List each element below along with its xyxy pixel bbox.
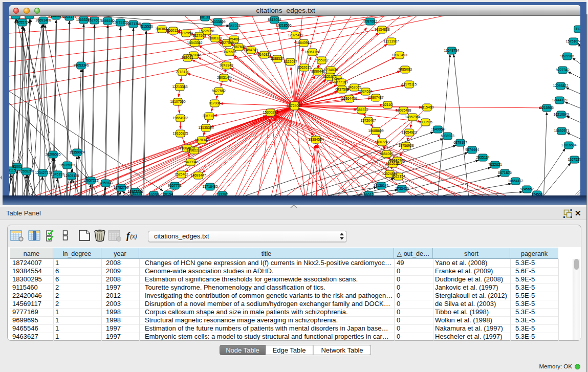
- svg-text:2803144: 2803144: [217, 76, 231, 79]
- svg-text:1527602: 1527602: [88, 18, 101, 22]
- svg-text:9227342: 9227342: [556, 68, 570, 72]
- svg-text:9734078: 9734078: [324, 68, 338, 72]
- svg-text:15720407: 15720407: [360, 119, 376, 122]
- svg-text:16961758: 16961758: [304, 50, 320, 54]
- svg-text:16782759: 16782759: [113, 186, 128, 189]
- svg-text:14136141: 14136141: [373, 184, 388, 187]
- svg-text:3024514: 3024514: [359, 90, 373, 93]
- svg-text:7357224: 7357224: [227, 24, 241, 28]
- svg-text:16543362: 16543362: [187, 41, 202, 45]
- svg-text:7955812: 7955812: [315, 58, 329, 62]
- svg-text:14982220: 14982220: [186, 148, 202, 152]
- svg-text:10654112: 10654112: [508, 179, 523, 183]
- svg-text:19756928: 19756928: [398, 144, 413, 147]
- svg-text:(x): (x): [130, 233, 137, 240]
- svg-text:20364456: 20364456: [341, 97, 357, 100]
- svg-text:10025488: 10025488: [396, 108, 411, 112]
- svg-text:1588520: 1588520: [270, 57, 284, 60]
- svg-text:8454749: 8454749: [244, 48, 258, 52]
- svg-text:7515526: 7515526: [139, 25, 153, 28]
- svg-text:14957984: 14957984: [405, 115, 420, 119]
- svg-text:9684067: 9684067: [380, 152, 394, 156]
- svg-text:1167539: 1167539: [568, 158, 580, 161]
- svg-text:15409948: 15409948: [183, 160, 198, 164]
- svg-text:16648784: 16648784: [444, 49, 459, 52]
- svg-text:10688609: 10688609: [368, 129, 383, 133]
- svg-text:817006: 817006: [209, 101, 221, 105]
- svg-text:20651306: 20651306: [48, 16, 63, 17]
- svg-text:7485003: 7485003: [398, 68, 412, 71]
- svg-text:9146821: 9146821: [257, 53, 271, 56]
- svg-text:12342717: 12342717: [35, 171, 50, 174]
- svg-text:10154838: 10154838: [374, 28, 389, 31]
- svg-text:95975887: 95975887: [59, 163, 75, 167]
- svg-text:14958147: 14958147: [98, 181, 113, 185]
- svg-text:12093822: 12093822: [553, 84, 568, 87]
- svg-text:11123: 11123: [574, 27, 580, 31]
- svg-text:85001: 85001: [12, 165, 22, 168]
- svg-text:12505135: 12505135: [63, 174, 79, 178]
- svg-text:14691447: 14691447: [190, 173, 206, 177]
- svg-text:5938923: 5938923: [441, 134, 454, 138]
- svg-text:3875685: 3875685: [223, 50, 236, 54]
- svg-text:12213967: 12213967: [383, 39, 399, 43]
- svg-text:14055724: 14055724: [14, 20, 30, 24]
- svg-text:20206535: 20206535: [45, 152, 60, 156]
- svg-text:39115: 39115: [9, 168, 16, 172]
- svg-text:10807487: 10807487: [368, 96, 383, 99]
- svg-text:9529986: 9529986: [560, 54, 574, 58]
- svg-text:2718120: 2718120: [176, 70, 189, 74]
- svg-text:17957223: 17957223: [83, 179, 98, 182]
- svg-text:13654923: 13654923: [401, 130, 417, 134]
- svg-text:8660124: 8660124: [166, 29, 180, 32]
- svg-text:9427552: 9427552: [212, 89, 226, 93]
- svg-text:62160: 62160: [383, 103, 393, 106]
- svg-text:9474444: 9474444: [465, 148, 479, 151]
- svg-text:15226058: 15226058: [199, 29, 214, 33]
- svg-text:17016504: 17016504: [561, 143, 576, 147]
- svg-text:989011: 989011: [182, 56, 193, 59]
- svg-text:15300273: 15300273: [263, 111, 278, 114]
- svg-text:9242848: 9242848: [220, 63, 233, 67]
- svg-text:174556: 174556: [531, 192, 543, 195]
- svg-text:7632621: 7632621: [488, 163, 502, 166]
- svg-text:13535394: 13535394: [198, 126, 213, 129]
- svg-text:10671355: 10671355: [125, 22, 141, 26]
- svg-text:6379197: 6379197: [453, 141, 467, 144]
- svg-text:12359924: 12359924: [69, 150, 84, 154]
- svg-text:2867608: 2867608: [232, 45, 246, 49]
- svg-text:96012: 96012: [364, 193, 374, 195]
- svg-text:19166825: 19166825: [172, 132, 188, 135]
- svg-text:9245652: 9245652: [520, 187, 534, 191]
- svg-text:11568290: 11568290: [18, 169, 34, 173]
- svg-text:12325419: 12325419: [288, 33, 303, 37]
- svg-text:8522154: 8522154: [391, 174, 405, 178]
- svg-text:19654982: 19654982: [172, 116, 188, 120]
- svg-text:1640954: 1640954: [431, 127, 445, 131]
- svg-text:8322037: 8322037: [284, 60, 297, 63]
- svg-text:6939695: 6939695: [419, 120, 432, 124]
- svg-text:18724007: 18724007: [287, 104, 302, 107]
- svg-text:15692971: 15692971: [554, 129, 569, 133]
- svg-text:9327508: 9327508: [192, 34, 206, 37]
- svg-text:7462065: 7462065: [347, 85, 361, 89]
- svg-text:1733416: 1733416: [395, 187, 409, 190]
- svg-text:88130: 88130: [200, 16, 210, 19]
- svg-text:5678342: 5678342: [195, 138, 209, 142]
- svg-text:19218506: 19218506: [276, 24, 291, 27]
- svg-text:1345197: 1345197: [51, 172, 64, 176]
- svg-text:9777169: 9777169: [334, 80, 348, 84]
- svg-text:12213383: 12213383: [172, 85, 187, 89]
- svg-text:2003174: 2003174: [62, 16, 76, 18]
- svg-text:10973493: 10973493: [391, 53, 407, 57]
- svg-text:3267110: 3267110: [202, 114, 215, 118]
- svg-text:20154: 20154: [163, 192, 173, 195]
- svg-text:3215955: 3215955: [540, 106, 554, 110]
- svg-text:8912954: 8912954: [179, 31, 193, 35]
- svg-text:9657771: 9657771: [168, 184, 182, 187]
- svg-text:8990448: 8990448: [311, 70, 325, 73]
- svg-text:6437503: 6437503: [335, 87, 349, 91]
- svg-text:1562615: 1562615: [297, 65, 311, 69]
- svg-text:2935114: 2935114: [476, 156, 489, 159]
- svg-text:10235: 10235: [149, 193, 159, 195]
